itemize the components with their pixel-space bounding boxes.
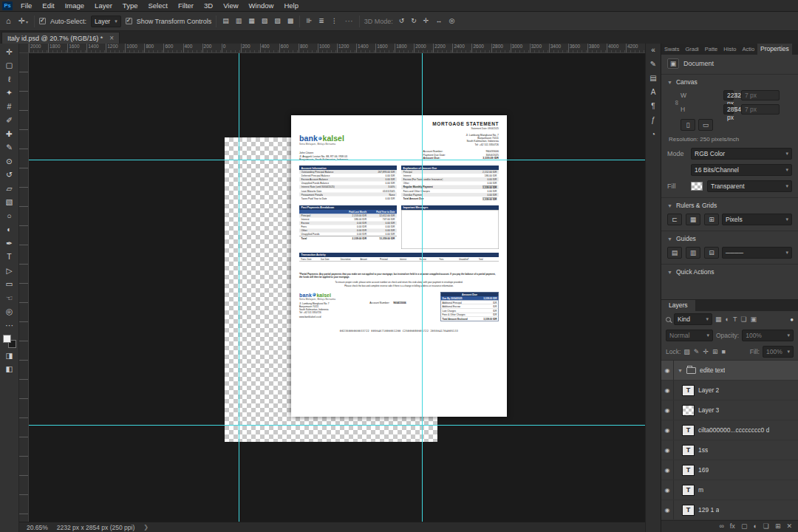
pasteboard[interactable]: bank kalsel Setia Melayani, Melaju Bersa… (29, 53, 645, 522)
layer-row[interactable]: ◉▼edite text (661, 361, 798, 381)
new-layer-icon[interactable]: ⊞ (775, 523, 781, 530)
show-transform-controls-checkbox[interactable] (126, 18, 132, 24)
tab-patte[interactable]: Patte (702, 44, 721, 55)
guide-horizontal-1[interactable] (29, 160, 645, 160)
status-chevron-icon[interactable]: ❯ (143, 524, 149, 531)
tool-preset-move-icon[interactable]: ✛▾ (17, 16, 30, 26)
color-mode-dropdown[interactable]: RGB Color ▾ (691, 148, 792, 160)
layer-row[interactable]: ◉T129 1 a (661, 500, 798, 520)
guide-style-dropdown[interactable]: ──── ▾ (722, 247, 792, 259)
layer-row[interactable]: ◉Tm (661, 480, 798, 500)
eye-icon[interactable]: ◉ (661, 361, 674, 380)
opacity-dropdown[interactable]: 100% ▾ (742, 330, 794, 341)
eye-icon[interactable]: ◉ (661, 460, 674, 480)
filter-adjustment-layers-icon[interactable]: ◐ (726, 316, 729, 323)
eyedropper-tool[interactable]: ✐ (2, 115, 17, 126)
portrait-orientation-icon[interactable]: ▯ (681, 119, 695, 131)
guides-section-header[interactable]: ▼ Guides (661, 231, 798, 242)
distribute-vertical-icon[interactable]: ≣ (317, 17, 326, 25)
document-canvas[interactable]: bank kalsel Setia Melayani, Melaju Bersa… (291, 115, 507, 417)
3d-roll-icon[interactable]: ↻ (409, 17, 418, 25)
auto-select-checkbox[interactable] (39, 18, 46, 24)
eye-icon[interactable]: ◉ (661, 420, 674, 440)
filter-toggle-icon[interactable]: ● (790, 316, 794, 323)
guide-vertical-1[interactable] (239, 53, 239, 522)
menu-item-edit[interactable]: Edit (37, 1, 59, 10)
edit-toolbar-icon[interactable]: ⋯ (2, 319, 17, 331)
filter-type-layers-icon[interactable]: T (733, 316, 737, 323)
eye-icon[interactable]: ◉ (661, 500, 674, 519)
auto-select-target-dropdown[interactable]: Layer ▾ (91, 16, 121, 27)
horizontal-ruler[interactable]: 2000180016001400120010008006004002000200… (29, 44, 645, 53)
screen-mode-icon[interactable]: ◧ (2, 364, 17, 375)
menu-item-help[interactable]: Help (279, 1, 304, 10)
tab-properties[interactable]: Properties (757, 44, 792, 55)
zoom-level[interactable]: 20.65% (27, 524, 48, 531)
layer-effects-icon[interactable]: fx (730, 523, 735, 530)
link-layers-icon[interactable]: ∞ (719, 523, 723, 530)
filter-group-layers-icon[interactable]: ❏ (740, 316, 746, 323)
zoom-tool[interactable]: ◎ (2, 306, 17, 318)
layer-row[interactable]: ◉T1ss (661, 440, 798, 460)
lock-guides-icon[interactable]: ▥ (686, 247, 700, 259)
marquee-tool[interactable]: ▢ (2, 60, 17, 72)
clone-source-panel-icon[interactable]: ▤ (649, 75, 656, 82)
blur-tool[interactable]: ○ (2, 210, 17, 222)
clear-guides-icon[interactable]: ⊟ (704, 247, 719, 259)
menu-item-layer[interactable]: Layer (89, 1, 117, 10)
pen-tool[interactable]: ✒ (2, 237, 17, 249)
3d-camera-icon[interactable]: ◎ (447, 17, 456, 25)
color-swatches[interactable] (3, 335, 16, 348)
units-dropdown[interactable]: Pixels ▾ (722, 214, 792, 225)
3d-orbit-icon[interactable]: ↺ (398, 17, 406, 25)
rectangle-tool[interactable]: ▭ (2, 279, 17, 290)
more-options-icon[interactable]: ⋯ (344, 16, 355, 26)
adjustment-layer-icon[interactable]: ◐ (753, 523, 757, 530)
filter-pixel-layers-icon[interactable]: ▦ (715, 316, 722, 323)
eraser-tool[interactable]: ▱ (2, 183, 17, 194)
document-tab[interactable]: Italy id.psd @ 20.7% (RGB/16) * × (1, 32, 120, 44)
history-brush-tool[interactable]: ↺ (2, 169, 17, 181)
layer-row[interactable]: ◉Tcilta000000...cccccccc0 d (661, 420, 798, 440)
menu-item-type[interactable]: Type (117, 1, 143, 10)
eye-icon[interactable]: ◉ (661, 480, 674, 499)
blend-mode-dropdown[interactable]: Normal ▾ (666, 330, 713, 341)
align-bottom-icon[interactable]: ▩ (286, 17, 296, 25)
quick-actions-section-header[interactable]: ▼ Quick Actions (661, 264, 798, 276)
home-icon[interactable]: ⌂ (4, 16, 13, 26)
vertical-ruler[interactable] (19, 53, 29, 522)
menu-item-window[interactable]: Window (244, 1, 279, 10)
healing-brush-tool[interactable]: ✚ (2, 128, 17, 140)
layer-row[interactable]: ◉Layer 3 (661, 400, 798, 420)
bit-depth-dropdown[interactable]: 16 Bits/Channel ▾ (691, 164, 792, 176)
height-field[interactable]: 2854 px (723, 104, 734, 115)
rulers-grids-section-header[interactable]: ▼ Rulers & Grids (661, 197, 798, 209)
align-top-icon[interactable]: ▧ (260, 17, 270, 25)
layer-mask-icon[interactable]: ▢ (741, 523, 748, 530)
guide-horizontal-2[interactable] (29, 425, 645, 426)
brushes-panel-icon[interactable]: ✎ (650, 61, 656, 68)
hand-tool[interactable]: ☜ (2, 292, 17, 304)
toggle-rulers-icon[interactable]: ⊏ (667, 214, 682, 225)
layer-row[interactable]: ◉TLayer 2 (661, 381, 798, 400)
width-field[interactable]: 2232 px (723, 90, 734, 100)
eye-icon[interactable]: ◉ (661, 440, 674, 460)
lock-artboard-icon[interactable]: ⊞ (712, 349, 718, 355)
foreground-color-swatch[interactable] (3, 335, 11, 343)
align-middle-icon[interactable]: ▨ (273, 17, 282, 25)
distribute-spacing-icon[interactable]: ⋮ (330, 17, 339, 25)
gradient-tool[interactable]: ▧ (2, 197, 17, 208)
lock-all-icon[interactable]: ■ (721, 349, 725, 355)
guide-vertical-2[interactable] (422, 53, 423, 522)
chevron-down-icon[interactable]: ▼ (678, 368, 683, 373)
menu-item-file[interactable]: File (16, 1, 37, 10)
ruler-origin-corner[interactable] (19, 44, 29, 53)
layer-fill-dropdown[interactable]: 100% ▾ (763, 346, 794, 358)
menu-item-image[interactable]: Image (60, 1, 89, 10)
quick-mask-icon[interactable]: ◨ (2, 349, 17, 361)
lock-image-pixels-icon[interactable]: ✎ (694, 349, 700, 355)
fill-dropdown[interactable]: Transparent ▾ (707, 180, 792, 192)
align-center-horizontal-icon[interactable]: ▥ (234, 17, 244, 25)
distribute-horizontal-icon[interactable]: ⊪ (304, 17, 313, 25)
paragraph-panel-icon[interactable]: ¶ (651, 103, 655, 110)
